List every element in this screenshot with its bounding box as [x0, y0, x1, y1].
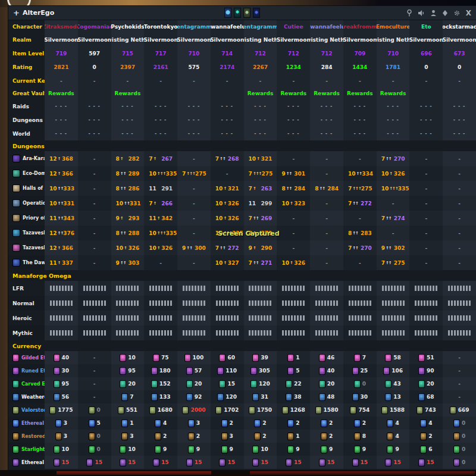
vault-slot-cell: - - - [343, 99, 377, 113]
key-level: 7↑↑ [215, 245, 226, 251]
character-name[interactable]: Cogomaniac [78, 20, 111, 33]
dungeon-row: Eco-Dome Al'dani12↑366-8↑↑28910↑↑↑3357↑↑… [8, 166, 476, 181]
rewards-label: Rewards [347, 90, 373, 96]
raid-progress-boxes [249, 286, 271, 291]
currency-amount: 551 [126, 407, 137, 413]
vault-slot-cell: - - - [244, 113, 277, 127]
currency-value-cell: 2 [409, 430, 443, 443]
action-bar-sliver [57, 471, 211, 475]
vault-slot-dots: - - - [453, 131, 466, 136]
vault-rewards-cell[interactable]: Rewards [244, 87, 277, 99]
character-name[interactable]: Eto [409, 20, 443, 33]
raid-progress-cell [343, 296, 377, 311]
raid-progress-box [369, 286, 371, 291]
currency-icon [387, 433, 393, 440]
row-realm: Realm [8, 33, 45, 46]
currency-icon [287, 433, 294, 440]
raid-progress-box [101, 286, 103, 291]
vault-slot-dots: - - - [453, 117, 466, 123]
dungeon-name: Priory of the Sac... [12, 214, 45, 222]
pin-icon[interactable] [406, 10, 412, 17]
dungeon-score-cell: - [310, 151, 343, 166]
raid-banner-icon-4[interactable] [253, 8, 260, 18]
raid-progress-box [333, 286, 335, 291]
raid-progress-box [225, 315, 227, 321]
key-level: 7↑ [249, 186, 256, 192]
currency-amount: 40 [327, 368, 335, 374]
currency-value-cell: 3 [45, 416, 78, 430]
raid-progress-box [225, 300, 227, 306]
dungeon-score-cell: 7↑↑↑275 [177, 166, 211, 181]
vault-slot-dots: - - - [221, 117, 233, 123]
raid-progress-box [433, 330, 434, 336]
character-name[interactable]: Pentagramma [244, 20, 277, 33]
character-icon[interactable] [430, 10, 437, 17]
diamond-icon[interactable] [442, 10, 448, 17]
dungeon-score-cell: 7↑↑275 [377, 255, 410, 270]
character-name[interactable]: Emoculture [377, 20, 410, 33]
vault-rewards-cell[interactable]: Rewards [45, 87, 78, 99]
currency-row: Carved Ethereal...95-2015220151202220043… [8, 377, 476, 390]
character-name[interactable]: Iwannafeelu [310, 20, 343, 33]
raid-progress-box [228, 315, 230, 321]
mythic-plus-score: 335 [398, 186, 409, 192]
currency-icon [217, 393, 224, 401]
character-name[interactable]: Rockstarmade [443, 20, 476, 33]
character-name[interactable]: Pentagramma [177, 20, 211, 33]
raid-progress-box [201, 300, 202, 306]
upgrade-arrows: ↑↑ [253, 261, 259, 265]
volume-icon[interactable] [418, 10, 425, 17]
raid-progress-box [321, 330, 323, 336]
character-name[interactable]: Iwannafeelu [211, 20, 244, 33]
raid-progress-boxes [382, 315, 405, 321]
vault-rewards-cell[interactable]: Rewards [111, 87, 145, 99]
mythic-plus-score: 326 [394, 171, 405, 177]
close-icon[interactable]: X [466, 10, 471, 17]
vault-rewards-cell[interactable]: Rewards [277, 87, 310, 99]
raid-progress-box [161, 315, 163, 321]
raid-progress-box [128, 315, 130, 321]
character-name[interactable]: Torontokyo [144, 20, 177, 33]
raid-progress-box [101, 300, 103, 306]
mythic-plus-score: 376 [63, 230, 74, 236]
dungeon-empty: - [193, 201, 195, 206]
raid-banner-icon-1[interactable] [224, 8, 231, 18]
currency-value-cell: 57 [177, 364, 211, 377]
vault-rewards-cell[interactable]: Rewards [377, 87, 410, 99]
dungeon-name-label: The Dawnbreaker [23, 260, 45, 265]
raid-progress-box [71, 300, 73, 306]
raid-progress-box [451, 300, 453, 306]
mythic-plus-score: 301 [294, 171, 305, 177]
dungeon-score-cell: 10↑326 [277, 255, 310, 270]
row-raid-mythic: Mythic [8, 325, 45, 340]
vault-slot-dots: - - - [55, 117, 68, 123]
raid-progress-box [397, 315, 399, 321]
currency-value-cell: 754 [343, 403, 377, 416]
raid-progress-box [448, 286, 450, 291]
character-name[interactable]: Cutiee [277, 20, 310, 33]
vault-rewards-cell[interactable]: Rewards [310, 87, 343, 99]
currency-value-cell: 92 [177, 390, 211, 403]
currency-icon [354, 354, 361, 362]
currency-name-cell: Gilded Ethereal... [8, 351, 45, 364]
character-name[interactable]: Breakfromme [343, 20, 377, 33]
currency-amount: 4 [163, 420, 167, 426]
key-level: 8↑ [116, 156, 123, 162]
raid-progress-box [264, 300, 265, 306]
currency-value-cell: 15 [277, 456, 310, 469]
dungeon-score-cell: 7↑267 [144, 151, 177, 166]
raid-banner-icon-2[interactable] [234, 8, 241, 18]
gear-icon[interactable] [453, 10, 461, 17]
vault-rewards-cell[interactable]: Rewards [343, 87, 377, 99]
currency-icon [12, 380, 19, 388]
game-world-left [0, 256, 8, 476]
raid-banner-icon-3[interactable] [243, 8, 250, 18]
key-level: 11 [149, 186, 156, 192]
currency-icon [155, 419, 161, 427]
character-name[interactable]: Zitraksmode [45, 20, 78, 33]
dungeon-empty: - [226, 171, 228, 177]
currency-icon [215, 406, 222, 414]
character-name[interactable]: Psychokids [111, 20, 145, 33]
currency-value-cell: - [78, 351, 111, 364]
raid-progress-box [68, 315, 70, 321]
